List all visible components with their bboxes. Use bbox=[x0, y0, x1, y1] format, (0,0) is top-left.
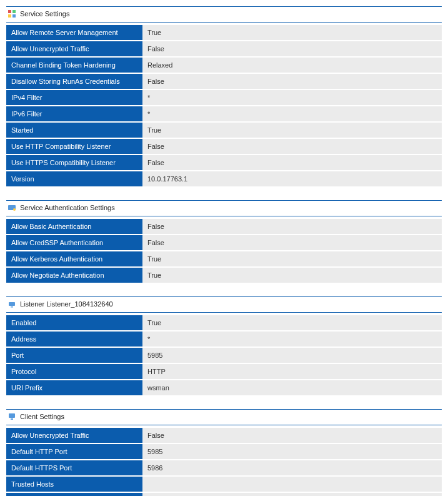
section-title: Service Settings bbox=[20, 10, 69, 18]
setting-value: HTTP bbox=[142, 364, 442, 379]
table-row: EnabledTrue bbox=[6, 315, 442, 332]
setting-value: False bbox=[142, 74, 442, 89]
setting-label: Version bbox=[6, 171, 142, 186]
setting-value: 5985 bbox=[142, 444, 442, 459]
setting-value bbox=[142, 477, 442, 492]
setting-value: True bbox=[142, 25, 442, 40]
setting-label: Address bbox=[6, 332, 142, 347]
table-row: Allow Negotiate AuthenticationTrue bbox=[6, 268, 442, 284]
setting-label: Allow Unencrypted Traffic bbox=[6, 428, 142, 443]
svg-rect-9 bbox=[11, 306, 13, 308]
svg-rect-11 bbox=[9, 414, 14, 417]
table-row: IPv4 Filter* bbox=[6, 90, 442, 106]
setting-label: Use HTTPS Compatibility Listener bbox=[6, 155, 142, 170]
setting-value: 5986 bbox=[142, 460, 442, 475]
setting-value: 5985 bbox=[142, 348, 442, 363]
setting-label: Disallow Storing RunAs Credentials bbox=[6, 74, 142, 89]
setting-value: Relaxed bbox=[142, 58, 442, 73]
section-title: Service Authentication Settings bbox=[20, 204, 115, 211]
section-header-service-settings: Service Settings bbox=[6, 6, 442, 23]
table-row: Trusted Hosts SourceNot Defined bbox=[6, 493, 442, 496]
table-row: Default HTTP Port5985 bbox=[6, 444, 442, 460]
table-row: Allow CredSSP AuthenticationFalse bbox=[6, 235, 442, 251]
setting-label: Trusted Hosts bbox=[6, 477, 142, 492]
svg-rect-8 bbox=[9, 303, 14, 305]
setting-value: True bbox=[142, 315, 442, 330]
settings-table: Allow Basic AuthenticationFalseAllow Cre… bbox=[6, 219, 442, 284]
setting-value: 10.0.17763.1 bbox=[142, 171, 442, 186]
section-title: Listener Listener_1084132640 bbox=[20, 300, 113, 308]
setting-value: False bbox=[142, 235, 442, 250]
table-row: Channel Binding Token HardeningRelaxed bbox=[6, 58, 442, 74]
svg-rect-12 bbox=[11, 418, 13, 420]
setting-value: False bbox=[142, 41, 442, 56]
setting-value: wsman bbox=[142, 380, 442, 395]
setting-value: True bbox=[142, 268, 442, 283]
setting-value: False bbox=[142, 428, 442, 443]
setting-label: Allow Basic Authentication bbox=[6, 219, 142, 234]
table-row: Default HTTPS Port5986 bbox=[6, 460, 442, 477]
table-row: Trusted Hosts bbox=[6, 477, 442, 493]
setting-label: URI Prefix bbox=[6, 380, 142, 395]
setting-label: IPv4 Filter bbox=[6, 90, 142, 105]
table-row: IPv6 Filter* bbox=[6, 106, 442, 123]
svg-rect-3 bbox=[12, 14, 16, 18]
settings-table: EnabledTrueAddress*Port5985ProtocolHTTPU… bbox=[6, 315, 442, 397]
setting-value: False bbox=[142, 155, 442, 170]
setting-value: * bbox=[142, 332, 442, 347]
settings-table: Allow Unencrypted TrafficFalseDefault HT… bbox=[6, 428, 442, 496]
setting-label: Enabled bbox=[6, 315, 142, 330]
setting-label: Allow CredSSP Authentication bbox=[6, 235, 142, 250]
setting-label: Allow Negotiate Authentication bbox=[6, 268, 142, 283]
setting-label: Protocol bbox=[6, 364, 142, 379]
setting-value: Not Defined bbox=[142, 493, 442, 496]
section-header-client-settings: Client Settings bbox=[6, 409, 442, 425]
settings-table: Allow Remote Server ManagementTrueAllow … bbox=[6, 25, 442, 188]
table-row: Allow Unencrypted TrafficFalse bbox=[6, 428, 442, 444]
setting-label: Default HTTPS Port bbox=[6, 460, 142, 475]
table-row: Allow Basic AuthenticationFalse bbox=[6, 219, 442, 235]
setting-value: * bbox=[142, 106, 442, 121]
section-client-settings: Client SettingsAllow Unencrypted Traffic… bbox=[6, 409, 442, 496]
auth-icon bbox=[7, 203, 16, 212]
setting-label: IPv6 Filter bbox=[6, 106, 142, 121]
setting-label: Trusted Hosts Source bbox=[6, 493, 142, 496]
setting-label: Channel Binding Token Hardening bbox=[6, 58, 142, 73]
table-row: Disallow Storing RunAs CredentialsFalse bbox=[6, 74, 442, 90]
setting-value: True bbox=[142, 123, 442, 138]
table-row: URI Prefixwsman bbox=[6, 380, 442, 397]
table-row: Address* bbox=[6, 332, 442, 348]
setting-value: False bbox=[142, 139, 442, 154]
setting-label: Use HTTP Compatibility Listener bbox=[6, 139, 142, 154]
table-row: Use HTTPS Compatibility ListenerFalse bbox=[6, 155, 442, 171]
setting-value: False bbox=[142, 219, 442, 234]
table-row: Port5985 bbox=[6, 348, 442, 364]
section-header-listener: Listener Listener_1084132640 bbox=[6, 296, 442, 313]
listener-icon bbox=[7, 300, 16, 308]
section-title: Client Settings bbox=[20, 413, 64, 420]
setting-value: True bbox=[142, 251, 442, 266]
setting-label: Default HTTP Port bbox=[6, 444, 142, 459]
table-row: Allow Kerberos AuthenticationTrue bbox=[6, 251, 442, 268]
svg-rect-2 bbox=[8, 14, 11, 18]
table-row: StartedTrue bbox=[6, 123, 442, 139]
section-listener: Listener Listener_1084132640EnabledTrueA… bbox=[6, 296, 442, 397]
svg-rect-1 bbox=[12, 10, 16, 13]
section-service-settings: Service SettingsAllow Remote Server Mana… bbox=[6, 6, 442, 188]
setting-label: Allow Kerberos Authentication bbox=[6, 251, 142, 266]
table-row: Allow Remote Server ManagementTrue bbox=[6, 25, 442, 41]
section-service-auth-settings: Service Authentication SettingsAllow Bas… bbox=[6, 200, 442, 284]
client-icon bbox=[7, 412, 16, 421]
setting-label: Allow Unencrypted Traffic bbox=[6, 41, 142, 56]
svg-rect-0 bbox=[8, 10, 11, 13]
table-row: Use HTTP Compatibility ListenerFalse bbox=[6, 139, 442, 155]
svg-point-6 bbox=[13, 208, 16, 211]
setting-label: Port bbox=[6, 348, 142, 363]
setting-label: Started bbox=[6, 123, 142, 138]
table-row: Allow Unencrypted TrafficFalse bbox=[6, 41, 442, 58]
setting-label: Allow Remote Server Management bbox=[6, 25, 142, 40]
table-row: ProtocolHTTP bbox=[6, 364, 442, 380]
service-icon bbox=[7, 9, 16, 18]
setting-value: * bbox=[142, 90, 442, 105]
section-header-service-auth-settings: Service Authentication Settings bbox=[6, 200, 442, 216]
